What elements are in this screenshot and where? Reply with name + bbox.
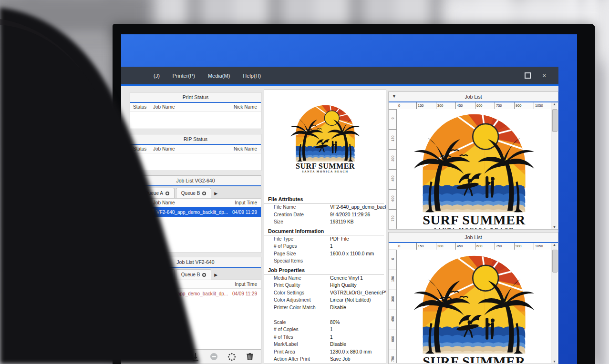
job-name: VF2-640_app_demo_backlit_dp...: [156, 210, 228, 215]
detail-label: Color Settings: [264, 290, 330, 295]
ruler-tick: 900: [514, 243, 534, 250]
chevron-down-icon[interactable]: ▼: [392, 94, 396, 99]
detail-label: File Type: [264, 236, 330, 242]
job-list-vf2-section: Job List VF2-640 ◀ Queue A Queue B ▶ Sta…: [130, 257, 261, 349]
ruler-tick: 600: [389, 189, 396, 209]
ruler-tick: 1050: [534, 102, 551, 109]
col-status: Status: [130, 282, 153, 287]
job-row[interactable]: VF2-640_app_demo_backlit_dp... 04/09 11:…: [130, 289, 261, 298]
download-job-icon[interactable]: [191, 353, 200, 361]
col-nickname: Nick Name: [234, 146, 261, 152]
col-inputtime: Input Time: [235, 282, 261, 287]
print-status-title: Print Status: [183, 94, 208, 100]
menu-item[interactable]: (J): [154, 73, 160, 79]
scrollbar-up-icon[interactable]: ▲: [553, 102, 556, 106]
job-list-preview-header[interactable]: Job List: [389, 233, 558, 243]
ruler-tick: 450: [455, 243, 475, 250]
detail-label: # of Pages: [264, 243, 330, 249]
processing-spinner-icon[interactable]: [227, 353, 236, 361]
detail-row: Creation Date 9/ 4/2020 11:29:36: [264, 211, 386, 219]
tab-queue-b-label: Queue B: [181, 272, 200, 277]
ruler-tick: 0: [389, 109, 396, 129]
detail-value: Generic Vinyl 1: [330, 275, 386, 281]
detail-row: Print Quality High Quality: [264, 282, 386, 289]
queue-settings-icon[interactable]: [165, 273, 169, 277]
job-list-vg2-section: ▼ Job List VG2-640 ◀ Queue A Queue B ▶ S…: [130, 175, 261, 253]
tab-scroll-right-icon[interactable]: ▶: [213, 191, 220, 198]
detail-label: Mark/Label: [264, 342, 330, 347]
scrollbar-down-icon[interactable]: ▼: [553, 225, 556, 229]
artwork-preview-large: [403, 111, 545, 229]
delete-job-icon[interactable]: [246, 353, 254, 361]
job-name: VF2-640_app_demo_backlit_dp...: [156, 291, 228, 296]
tab-queue-a[interactable]: Queue A: [139, 188, 175, 198]
document-information-rows: File Type PDF File # of Pages 1 Page Siz…: [264, 235, 386, 265]
job-row-selected[interactable]: VF2-640_app_demo_backlit_dp... 04/09 11:…: [130, 207, 261, 217]
job-list-vf2-header[interactable]: Job List VF2-640: [130, 257, 261, 268]
print-preview-canvas[interactable]: [397, 250, 551, 363]
detail-label: Print Area: [264, 349, 330, 354]
tab-scroll-left-icon[interactable]: ◀: [132, 273, 139, 280]
detail-value: Save Job: [330, 356, 386, 362]
tab-queue-a-label: Queue A: [145, 272, 163, 277]
detail-value: VGTR2LkOrGr_GenericPVC...: [330, 290, 386, 295]
minimize-button[interactable]: –: [510, 72, 513, 79]
scrollbar-up-icon[interactable]: ▲: [553, 243, 556, 246]
queue-settings-icon[interactable]: [202, 273, 206, 277]
chevron-down-icon[interactable]: ▼: [134, 178, 138, 182]
ruler-tick: 900: [514, 102, 534, 109]
job-details-panel: File Attributes File Name VF2-640_app_de…: [264, 90, 386, 364]
print-preview-canvas[interactable]: [397, 109, 551, 229]
queue-settings-icon[interactable]: [202, 192, 206, 195]
job-list-preview-title: Job List: [464, 234, 482, 240]
menu-item[interactable]: Help(H): [243, 73, 261, 79]
detail-label: Printer Color Match: [264, 305, 330, 310]
pause-job-icon[interactable]: [209, 353, 218, 361]
ruler-tick: 750: [389, 350, 396, 363]
pdf-file-icon: [148, 290, 154, 297]
scrollbar-thumb[interactable]: [552, 250, 557, 273]
col-jobname: Job Name: [153, 146, 234, 152]
detail-value: 9/ 4/2020 11:29:36: [330, 212, 386, 217]
queue-settings-icon[interactable]: [165, 192, 169, 195]
job-list-toolbar: [130, 349, 261, 364]
scrollbar-thumb[interactable]: [552, 109, 557, 132]
job-list-preview-header[interactable]: ▼ Job List: [389, 92, 558, 102]
col-nickname: Nick Name: [234, 104, 261, 110]
detail-label: # of Tiles: [264, 334, 330, 340]
artwork-preview-small: [285, 103, 366, 173]
rip-status-header: RIP Status: [130, 134, 261, 145]
ruler-tick: 0: [397, 243, 416, 250]
tab-queue-b[interactable]: Queue B: [176, 269, 211, 280]
menu-item[interactable]: Media(M): [208, 73, 230, 79]
job-list-vg2-header[interactable]: ▼ Job List VG2-640: [130, 176, 261, 186]
close-button[interactable]: ×: [542, 72, 546, 79]
detail-value: 193119 KB: [330, 219, 386, 224]
detail-row: # of Pages 1: [264, 243, 386, 250]
col-jobname: Job Name: [153, 282, 235, 287]
ruler-tick: 0: [397, 102, 416, 109]
detail-row: Special Items: [264, 257, 386, 265]
col-status: Status: [130, 146, 153, 152]
tab-scroll-right-icon[interactable]: ▶: [213, 273, 220, 280]
job-list-vg2-title: Job List VG2-640: [176, 178, 215, 183]
maximize-button[interactable]: [525, 72, 531, 79]
menu-bar: (J)Printer(P)Media(M)Help(H): [121, 73, 261, 79]
preview-scrollbar[interactable]: ▲ ▼: [551, 243, 557, 363]
file-attributes-rows: File Name VF2-640_app_demo_backli... Cre…: [264, 203, 386, 226]
tab-queue-a[interactable]: Queue A: [139, 269, 175, 280]
scrollbar-down-icon[interactable]: ▼: [553, 360, 556, 363]
preview-scrollbar[interactable]: ▲ ▼: [551, 102, 557, 229]
detail-label: Page Size: [264, 251, 330, 256]
ruler-tick: 600: [389, 330, 396, 350]
ruler-tick: 0: [389, 250, 396, 270]
horizontal-ruler: 015030045060075090010501200: [397, 102, 551, 110]
ruler-tick: 300: [389, 149, 396, 169]
tab-queue-b[interactable]: Queue B: [176, 188, 211, 198]
detail-label: Print Quality: [264, 283, 330, 288]
tab-scroll-left-icon[interactable]: ◀: [132, 191, 139, 198]
detail-row: # of Copies 1: [264, 326, 386, 334]
ruler-tick: 450: [389, 310, 396, 330]
detail-value: Disable: [330, 305, 386, 310]
menu-item[interactable]: Printer(P): [173, 73, 195, 79]
